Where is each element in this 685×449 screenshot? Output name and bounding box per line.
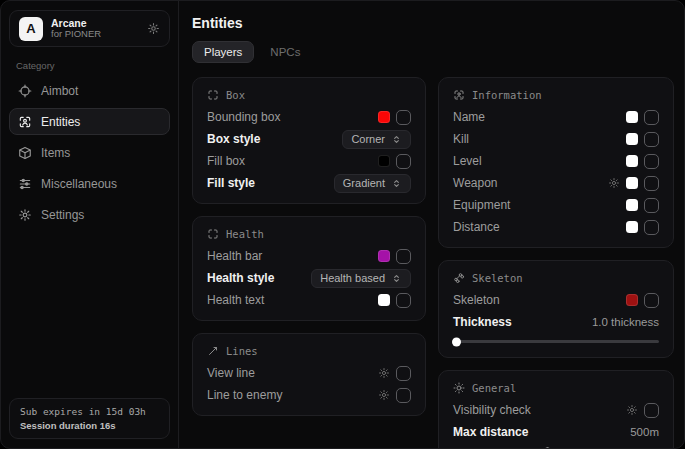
view-line-checkbox[interactable] [396, 366, 411, 381]
row-kill: Kill [439, 128, 673, 150]
box-style-dropdown[interactable]: Corner [342, 130, 411, 149]
row-bounding-box: Bounding box [193, 106, 425, 128]
scan-corners-icon [207, 89, 219, 101]
health-bar-checkbox[interactable] [396, 249, 411, 264]
row-health-text: Health text [193, 289, 425, 311]
sun-icon [453, 382, 465, 394]
row-distance: Distance [439, 216, 673, 238]
panel-lines: Lines View line Line to enemy [192, 333, 426, 416]
visibility-check-settings-icon[interactable] [626, 404, 638, 416]
row-equipment: Equipment [439, 194, 673, 216]
panel-title: General [472, 382, 516, 394]
fill-box-checkbox[interactable] [396, 154, 411, 169]
row-label: Kill [453, 132, 620, 146]
distance-color-swatch[interactable] [626, 221, 638, 233]
app-header-card: A Arcane for PIONER [9, 10, 170, 47]
sidebar-item-label: Items [41, 146, 70, 160]
equipment-color-swatch[interactable] [626, 199, 638, 211]
app-titles: Arcane for PIONER [51, 17, 139, 40]
thickness-slider-row [439, 333, 673, 348]
chevrons-up-down-icon [391, 273, 402, 284]
row-visibility-check: Visibility check [439, 399, 673, 421]
dropdown-value: Gradient [343, 177, 385, 189]
weapon-settings-icon[interactable] [608, 177, 620, 189]
row-label: Health text [207, 293, 372, 307]
row-label: Fill box [207, 154, 372, 168]
weapon-color-swatch[interactable] [626, 177, 638, 189]
sidebar-item-settings[interactable]: Settings [9, 201, 170, 228]
row-label: Thickness [453, 315, 586, 329]
health-style-dropdown[interactable]: Health based [311, 269, 411, 288]
sidebar-item-entities[interactable]: Entities [9, 108, 170, 135]
panel-information-header: Information [439, 87, 673, 106]
row-label: Health style [207, 271, 305, 285]
app-logo: A [19, 17, 43, 41]
sidebar-item-aimbot[interactable]: Aimbot [9, 77, 170, 104]
row-health-bar: Health bar [193, 245, 425, 267]
row-line-to-enemy: Line to enemy [193, 384, 425, 406]
weapon-checkbox[interactable] [644, 176, 659, 191]
tab-players[interactable]: Players [192, 41, 254, 63]
panel-title: Skeleton [472, 272, 523, 284]
health-bar-color-swatch[interactable] [378, 250, 390, 262]
line-to-enemy-settings-icon[interactable] [378, 389, 390, 401]
panel-health-header: Health [193, 226, 425, 245]
panel-box-header: Box [193, 87, 425, 106]
row-label: Health bar [207, 249, 372, 263]
name-color-swatch[interactable] [626, 111, 638, 123]
bounding-box-checkbox[interactable] [396, 110, 411, 125]
health-text-checkbox[interactable] [396, 293, 411, 308]
health-text-color-swatch[interactable] [378, 294, 390, 306]
visibility-check-checkbox[interactable] [644, 403, 659, 418]
sidebar-nav: Aimbot Entities Items Miscellaneous [1, 75, 178, 230]
sliders-icon [18, 177, 32, 191]
app-window: A Arcane for PIONER Category Aimbot Enti… [0, 0, 685, 449]
row-label: View line [207, 366, 372, 380]
panel-general-header: General [439, 380, 673, 399]
diagonal-line-icon [207, 345, 219, 357]
category-label: Category [16, 60, 178, 71]
sidebar-item-miscellaneous[interactable]: Miscellaneous [9, 170, 170, 197]
line-to-enemy-checkbox[interactable] [396, 388, 411, 403]
panel-skeleton-header: Skeleton [439, 270, 673, 289]
level-color-swatch[interactable] [626, 155, 638, 167]
row-label: Weapon [453, 176, 602, 190]
chevrons-up-down-icon [391, 178, 402, 189]
slider-fill [453, 340, 457, 343]
app-subtitle: for PIONER [51, 29, 139, 40]
distance-checkbox[interactable] [644, 220, 659, 235]
name-checkbox[interactable] [644, 110, 659, 125]
skeleton-checkbox[interactable] [644, 293, 659, 308]
equipment-checkbox[interactable] [644, 198, 659, 213]
skeleton-color-swatch[interactable] [626, 294, 638, 306]
dropdown-value: Health based [320, 272, 385, 284]
level-checkbox[interactable] [644, 154, 659, 169]
fill-box-color-swatch[interactable] [378, 155, 390, 167]
scan-corners-icon [207, 228, 219, 240]
thickness-slider[interactable] [453, 337, 659, 346]
panel-information: Information Name Kill Level [438, 77, 674, 248]
panel-title: Box [226, 89, 245, 101]
thickness-value: 1.0 thickness [592, 316, 659, 328]
kill-color-swatch[interactable] [626, 133, 638, 145]
bounding-box-color-swatch[interactable] [378, 111, 390, 123]
panel-box: Box Bounding box Box style Corner [192, 77, 426, 204]
row-health-style: Health style Health based [193, 267, 425, 289]
kill-checkbox[interactable] [644, 132, 659, 147]
sidebar-item-label: Entities [41, 115, 80, 129]
header-settings-icon[interactable] [147, 22, 160, 35]
slider-thumb[interactable] [452, 337, 461, 346]
tab-npcs[interactable]: NPCs [258, 41, 312, 63]
row-label: Distance [453, 220, 620, 234]
dropdown-value: Corner [351, 133, 385, 145]
fill-style-dropdown[interactable]: Gradient [334, 174, 411, 193]
row-box-style: Box style Corner [193, 128, 425, 150]
max-distance-slider-row [439, 443, 673, 449]
row-label: Visibility check [453, 403, 620, 417]
sidebar-item-items[interactable]: Items [9, 139, 170, 166]
crosshair-icon [18, 84, 32, 98]
panel-title: Lines [226, 345, 258, 357]
session-duration: Session duration 16s [20, 420, 159, 431]
subscription-expiry: Sub expires in 15d 03h [20, 406, 159, 417]
view-line-settings-icon[interactable] [378, 367, 390, 379]
